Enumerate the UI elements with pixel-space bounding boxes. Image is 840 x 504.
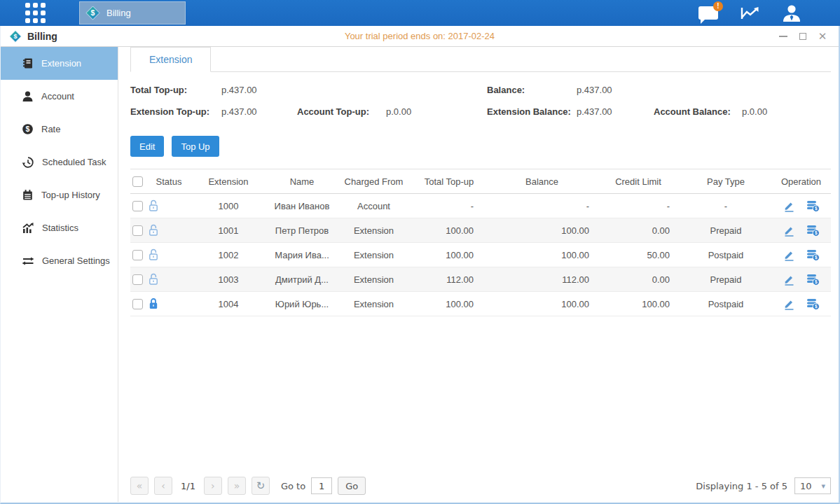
maximize-button[interactable] <box>798 31 808 41</box>
cell-balance: 100.00 <box>488 299 596 309</box>
sidebar-item-label: Account <box>41 91 74 102</box>
close-button[interactable]: ✕ <box>818 31 827 41</box>
total-topup-value: p.437.00 <box>221 85 257 95</box>
svg-text:$: $ <box>26 125 30 133</box>
page-size-select[interactable]: 10 ▾ <box>794 477 831 494</box>
topup-coins-icon[interactable]: $ <box>806 274 820 286</box>
app-grid-icon[interactable] <box>25 3 46 23</box>
sidebar-item-statistics[interactable]: Statistics <box>1 211 118 244</box>
cell-charged-from: Extension <box>337 250 411 260</box>
topup-coins-icon[interactable]: $ <box>806 249 820 261</box>
account-topup-label: Account Top-up: <box>297 106 369 117</box>
edit-button[interactable]: Edit <box>130 136 164 157</box>
edit-pencil-icon[interactable] <box>783 274 795 286</box>
statistics-monitor-icon[interactable] <box>739 4 760 22</box>
cell-extension: 1003 <box>190 274 267 285</box>
trial-notice: Your trial period ends on: 2017-02-24 <box>1 31 839 41</box>
minimize-button[interactable] <box>778 31 788 41</box>
cell-name: Иван Иванов <box>267 201 337 211</box>
top-up-button[interactable]: Top Up <box>172 136 219 157</box>
svg-text:$: $ <box>814 279 817 285</box>
cell-balance: 100.00 <box>488 250 596 260</box>
page-indicator: 1/1 <box>178 481 198 491</box>
table-row: 1001 Петр Петров Extension 100.00 100.00… <box>130 218 831 243</box>
svg-text:$: $ <box>13 33 17 40</box>
topup-coins-icon[interactable]: $ <box>806 200 820 212</box>
edit-pencil-icon[interactable] <box>783 298 795 310</box>
cell-pay-type: Prepaid <box>680 225 771 236</box>
go-button[interactable]: Go <box>338 477 366 495</box>
user-account-icon[interactable] <box>781 4 802 23</box>
sidebar-item-general-settings[interactable]: General Settings <box>1 244 118 277</box>
goto-page-input[interactable] <box>311 477 332 494</box>
cell-total-topup: 100.00 <box>411 299 488 309</box>
svg-text:$: $ <box>91 8 95 17</box>
sidebar-item-account[interactable]: Account <box>1 80 118 113</box>
window-title: Billing <box>27 31 57 42</box>
balance-value: p.437.00 <box>577 85 612 95</box>
extension-topup-value: p.437.00 <box>221 106 257 117</box>
row-checkbox[interactable] <box>132 299 143 309</box>
topup-coins-icon[interactable]: $ <box>806 298 820 310</box>
account-balance-value: p.0.00 <box>742 106 767 117</box>
prev-page-button[interactable]: ‹ <box>154 477 172 495</box>
cell-total-topup: 100.00 <box>411 225 488 236</box>
cell-balance: 100.00 <box>488 225 596 236</box>
cell-extension: 1000 <box>190 201 267 211</box>
rate-dollar-icon: $ <box>22 123 34 135</box>
extensions-table: Status Extension Name Charged From Total… <box>130 169 831 316</box>
col-pay-type: Pay Type <box>680 176 771 187</box>
cell-extension: 1002 <box>190 250 267 260</box>
main-content: Extension Total Top-up: p.437.00 Balance… <box>118 47 840 502</box>
billing-diamond-icon: $ <box>9 30 22 43</box>
account-person-icon <box>22 90 34 102</box>
cell-name: Дмитрий Д... <box>267 274 337 285</box>
displaying-text: Displaying 1 - 5 of 5 <box>696 481 787 491</box>
row-checkbox[interactable] <box>132 274 143 285</box>
sidebar-item-scheduled-task[interactable]: Scheduled Task <box>1 146 118 178</box>
refresh-icon[interactable]: ↻ <box>252 477 270 495</box>
cell-charged-from: Account <box>337 201 411 211</box>
statistics-chart-icon <box>22 222 34 234</box>
billing-summary: Total Top-up: p.437.00 Balance: p.437.00… <box>130 74 831 127</box>
cell-name: Петр Петров <box>267 225 337 236</box>
taskbar-billing-tab[interactable]: $ Billing <box>79 1 186 24</box>
table-row: 1000 Иван Иванов Account - - - - $ <box>130 194 831 218</box>
next-page-button[interactable]: › <box>204 477 222 495</box>
status-lock-icon <box>148 248 190 261</box>
cell-balance: 112.00 <box>488 274 596 285</box>
edit-pencil-icon[interactable] <box>783 225 795 237</box>
last-page-button[interactable]: » <box>228 477 246 495</box>
svg-text:$: $ <box>814 255 817 260</box>
select-all-checkbox[interactable] <box>132 176 143 187</box>
row-checkbox[interactable] <box>132 201 143 211</box>
status-lock-icon <box>148 298 190 310</box>
total-topup-label: Total Top-up: <box>130 85 187 95</box>
cell-charged-from: Extension <box>337 225 411 236</box>
sidebar-item-label: Rate <box>41 124 60 134</box>
notifications-icon[interactable]: ! <box>698 6 718 20</box>
sidebar-item-rate[interactable]: $ Rate <box>1 113 118 146</box>
billing-diamond-icon: $ <box>85 6 100 20</box>
extension-balance-label: Extension Balance: <box>487 106 571 117</box>
table-header-row: Status Extension Name Charged From Total… <box>130 169 831 194</box>
cell-credit-limit: 0.00 <box>596 274 680 285</box>
billing-window: $ Billing Your trial period ends on: 201… <box>0 26 840 504</box>
cell-charged-from: Extension <box>337 299 411 309</box>
tab-extension[interactable]: Extension <box>130 47 211 72</box>
edit-pencil-icon[interactable] <box>783 249 795 261</box>
edit-pencil-icon[interactable] <box>783 200 795 212</box>
account-topup-value: p.0.00 <box>386 106 411 117</box>
cell-total-topup: 112.00 <box>411 274 488 285</box>
sidebar-item-topup-history[interactable]: Top-up History <box>1 178 118 211</box>
cell-pay-type: Prepaid <box>680 274 771 285</box>
sidebar-item-extension[interactable]: Extension <box>1 47 118 80</box>
notification-badge: ! <box>713 1 723 11</box>
sidebar: Extension Account $ Rate <box>1 47 118 502</box>
system-taskbar: $ Billing ! <box>0 0 840 26</box>
first-page-button[interactable]: « <box>130 477 149 495</box>
row-checkbox[interactable] <box>132 250 143 260</box>
row-checkbox[interactable] <box>132 225 143 236</box>
table-row: 1004 Юрий Юрь... Extension 100.00 100.00… <box>130 292 831 316</box>
topup-coins-icon[interactable]: $ <box>806 225 820 237</box>
